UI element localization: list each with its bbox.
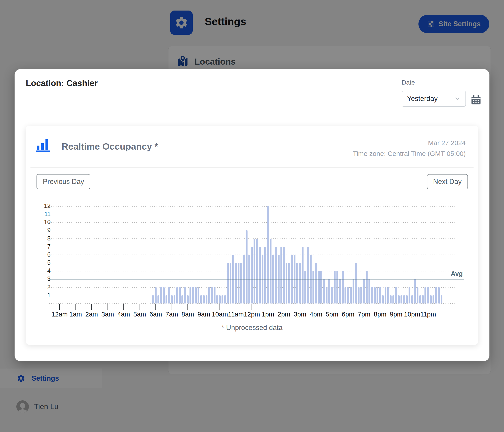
occupancy-bar[interactable] — [214, 287, 216, 303]
occupancy-bar[interactable] — [326, 287, 327, 303]
occupancy-bar[interactable] — [430, 295, 432, 303]
occupancy-bar[interactable] — [206, 295, 207, 303]
occupancy-bar[interactable] — [352, 279, 354, 303]
occupancy-bar[interactable] — [184, 287, 186, 303]
occupancy-bar[interactable] — [339, 279, 341, 303]
occupancy-bar[interactable] — [280, 247, 282, 303]
occupancy-bar[interactable] — [414, 279, 416, 303]
occupancy-bar[interactable] — [379, 287, 381, 303]
occupancy-bar[interactable] — [336, 271, 338, 303]
occupancy-bar[interactable] — [227, 263, 229, 303]
occupancy-bar[interactable] — [267, 206, 269, 303]
occupancy-bar[interactable] — [203, 295, 205, 303]
occupancy-bar[interactable] — [382, 295, 384, 303]
occupancy-bar[interactable] — [253, 239, 255, 303]
occupancy-bar[interactable] — [256, 239, 258, 303]
occupancy-bar[interactable] — [200, 295, 202, 303]
occupancy-bar[interactable] — [259, 247, 261, 303]
occupancy-bar[interactable] — [313, 271, 314, 303]
date-range-select[interactable]: Yesterday — [402, 91, 466, 107]
occupancy-bar[interactable] — [390, 295, 392, 303]
occupancy-bar[interactable] — [157, 295, 159, 303]
occupancy-bar[interactable] — [360, 287, 362, 303]
occupancy-bar[interactable] — [181, 295, 183, 303]
occupancy-bar[interactable] — [387, 287, 389, 303]
occupancy-bar[interactable] — [422, 295, 424, 303]
occupancy-bar[interactable] — [363, 279, 365, 303]
occupancy-bar[interactable] — [240, 263, 242, 303]
occupancy-bar[interactable] — [427, 287, 429, 303]
occupancy-bar[interactable] — [424, 287, 426, 303]
occupancy-bar[interactable] — [320, 271, 322, 303]
occupancy-bar[interactable] — [318, 271, 320, 303]
occupancy-bar[interactable] — [366, 271, 368, 303]
occupancy-bar[interactable] — [219, 295, 221, 303]
occupancy-bar[interactable] — [304, 271, 306, 303]
occupancy-bar[interactable] — [438, 287, 440, 303]
occupancy-bar[interactable] — [334, 271, 335, 303]
occupancy-bar[interactable] — [208, 287, 210, 303]
occupancy-bar[interactable] — [371, 287, 373, 303]
occupancy-bar[interactable] — [328, 279, 330, 303]
occupancy-bar[interactable] — [323, 279, 325, 303]
occupancy-bar[interactable] — [286, 263, 288, 303]
occupancy-bar[interactable] — [342, 271, 344, 303]
occupancy-bar[interactable] — [275, 247, 277, 303]
occupancy-bar[interactable] — [395, 287, 397, 303]
occupancy-bar[interactable] — [155, 287, 157, 303]
occupancy-bar[interactable] — [358, 287, 360, 303]
occupancy-bar[interactable] — [401, 295, 402, 303]
occupancy-bar[interactable] — [179, 287, 181, 303]
occupancy-bar[interactable] — [192, 287, 194, 303]
occupancy-bar[interactable] — [432, 295, 434, 303]
occupancy-bar[interactable] — [403, 295, 405, 303]
occupancy-bar[interactable] — [222, 295, 223, 303]
occupancy-bar[interactable] — [347, 287, 349, 303]
occupancy-bar[interactable] — [168, 287, 170, 303]
occupancy-bar[interactable] — [296, 263, 298, 303]
occupancy-bar[interactable] — [435, 287, 437, 303]
occupancy-bar[interactable] — [211, 287, 213, 303]
occupancy-bar[interactable] — [189, 287, 191, 303]
calendar-picker-button[interactable] — [470, 93, 482, 106]
occupancy-bar[interactable] — [176, 287, 178, 303]
occupancy-bar[interactable] — [283, 247, 285, 303]
occupancy-bar[interactable] — [152, 295, 154, 303]
occupancy-bar[interactable] — [288, 263, 290, 303]
occupancy-bar[interactable] — [198, 287, 199, 303]
occupancy-bar[interactable] — [235, 263, 237, 303]
occupancy-bar[interactable] — [174, 295, 175, 303]
occupancy-bar[interactable] — [160, 287, 162, 303]
occupancy-bar[interactable] — [377, 287, 378, 303]
next-day-button[interactable]: Next Day — [427, 174, 468, 189]
occupancy-bar[interactable] — [406, 295, 408, 303]
occupancy-bar[interactable] — [187, 295, 189, 303]
occupancy-bar[interactable] — [230, 263, 231, 303]
occupancy-bar[interactable] — [331, 287, 333, 303]
occupancy-bar[interactable] — [224, 295, 226, 303]
occupancy-bar[interactable] — [246, 230, 248, 303]
occupancy-bar[interactable] — [315, 263, 317, 303]
occupancy-bar[interactable] — [419, 295, 421, 303]
occupancy-bar[interactable] — [355, 263, 357, 303]
occupancy-bar[interactable] — [163, 287, 165, 303]
occupancy-bar[interactable] — [307, 247, 309, 303]
occupancy-bar[interactable] — [398, 295, 400, 303]
occupancy-bar[interactable] — [238, 263, 239, 303]
occupancy-bar[interactable] — [409, 287, 410, 303]
occupancy-bar[interactable] — [417, 287, 418, 303]
occupancy-bar[interactable] — [195, 287, 197, 303]
occupancy-bar[interactable] — [302, 247, 304, 303]
occupancy-bar[interactable] — [270, 239, 271, 303]
occupancy-bar[interactable] — [251, 247, 253, 303]
occupancy-bar[interactable] — [299, 263, 301, 303]
occupancy-bar[interactable] — [171, 295, 173, 303]
occupancy-bar[interactable] — [344, 287, 346, 303]
occupancy-bar[interactable] — [385, 287, 387, 303]
occupancy-bar[interactable] — [441, 295, 442, 303]
occupancy-bar[interactable] — [216, 295, 218, 303]
occupancy-bar[interactable] — [411, 295, 413, 303]
occupancy-bar[interactable] — [264, 247, 266, 303]
occupancy-bar[interactable] — [369, 279, 370, 303]
previous-day-button[interactable]: Previous Day — [36, 174, 90, 189]
